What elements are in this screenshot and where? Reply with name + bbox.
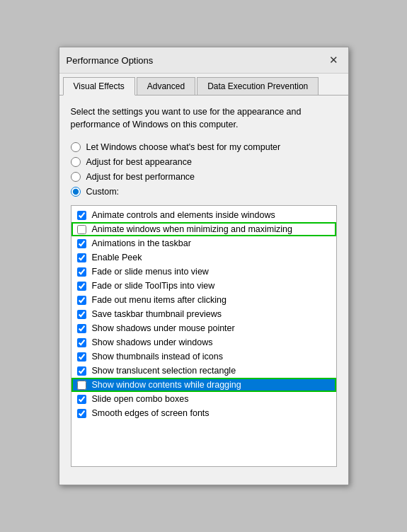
checkbox-item-6[interactable]: Fade out menu items after clicking [71,293,336,307]
checkbox-item-13[interactable]: Slide open combo boxes [71,392,336,406]
checkbox-label-1: Animate windows when minimizing and maxi… [92,224,292,234]
radio-input-2[interactable] [71,172,81,182]
radio-label-2: Adjust for best performance [86,172,195,182]
checkbox-item-14[interactable]: Smooth edges of screen fonts [71,406,336,420]
radio-input-1[interactable] [71,157,81,167]
checkbox-input-7[interactable] [77,310,86,319]
checkbox-label-6: Fade out menu items after clicking [92,295,227,305]
checkbox-label-7: Save taskbar thumbnail previews [92,309,222,319]
checkbox-item-2[interactable]: Animations in the taskbar [71,236,336,250]
checkbox-input-0[interactable] [77,211,86,220]
tab-bar: Visual EffectsAdvancedData Execution Pre… [59,74,348,96]
checkbox-label-4: Fade or slide menus into view [92,267,209,277]
checkbox-label-5: Fade or slide ToolTips into view [92,281,215,291]
checkbox-input-8[interactable] [77,324,86,333]
checkbox-input-11[interactable] [77,366,86,376]
checkbox-input-6[interactable] [77,296,86,305]
checkbox-label-14: Smooth edges of screen fonts [92,408,210,418]
main-content: Select the settings you want to use for … [59,96,348,477]
checkbox-label-8: Show shadows under mouse pointer [92,323,235,333]
checkbox-label-11: Show translucent selection rectangle [92,366,236,376]
checkbox-label-13: Slide open combo boxes [92,394,189,404]
checkbox-input-14[interactable] [77,409,86,418]
checkbox-label-12: Show window contents while dragging [92,380,241,390]
checkbox-item-9[interactable]: Show shadows under windows [71,335,336,349]
checkbox-item-5[interactable]: Fade or slide ToolTips into view [71,279,336,293]
radio-item-2[interactable]: Adjust for best performance [71,172,337,182]
performance-options-window: Performance Options ✕ Visual EffectsAdva… [59,47,349,485]
radio-item-1[interactable]: Adjust for best appearance [71,157,337,167]
radio-label-1: Adjust for best appearance [86,157,192,167]
checkbox-item-3[interactable]: Enable Peek [71,250,336,265]
checkbox-input-1[interactable] [77,225,86,234]
checkbox-input-3[interactable] [77,253,86,262]
checkbox-input-13[interactable] [77,395,86,404]
checkbox-label-9: Show shadows under windows [92,337,213,347]
checkbox-item-7[interactable]: Save taskbar thumbnail previews [71,307,336,321]
checkbox-item-10[interactable]: Show thumbnails instead of icons [71,349,336,364]
title-bar: Performance Options ✕ [59,47,348,74]
checkbox-list[interactable]: Animate controls and elements inside win… [71,205,337,467]
close-button[interactable]: ✕ [327,53,341,67]
radio-group: Let Windows choose what's best for my co… [71,142,337,197]
window-title: Performance Options [67,55,154,66]
radio-input-3[interactable] [71,187,81,197]
tab-visual-effects[interactable]: Visual Effects [63,77,135,96]
checkbox-input-12[interactable] [77,381,86,390]
checkbox-input-5[interactable] [77,282,86,291]
radio-input-0[interactable] [71,142,81,152]
checkbox-label-3: Enable Peek [92,253,142,262]
tab-advanced[interactable]: Advanced [137,77,195,95]
checkbox-item-0[interactable]: Animate controls and elements inside win… [71,208,336,222]
checkbox-label-0: Animate controls and elements inside win… [92,210,275,220]
checkbox-input-2[interactable] [77,239,86,248]
checkbox-item-4[interactable]: Fade or slide menus into view [71,265,336,279]
checkbox-item-8[interactable]: Show shadows under mouse pointer [71,321,336,335]
checkbox-input-4[interactable] [77,267,86,277]
radio-item-0[interactable]: Let Windows choose what's best for my co… [71,142,337,152]
radio-item-3[interactable]: Custom: [71,187,337,197]
description-text: Select the settings you want to use for … [71,105,337,131]
checkbox-input-10[interactable] [77,352,86,362]
radio-label-3: Custom: [86,187,120,197]
checkbox-item-11[interactable]: Show translucent selection rectangle [71,364,336,378]
radio-label-0: Let Windows choose what's best for my co… [86,142,281,152]
checkbox-item-1[interactable]: Animate windows when minimizing and maxi… [71,222,336,236]
tab-data-execution-prevention[interactable]: Data Execution Prevention [197,77,319,95]
checkbox-label-2: Animations in the taskbar [92,238,191,248]
checkbox-input-9[interactable] [77,338,86,347]
checkbox-item-12[interactable]: Show window contents while dragging [71,378,336,392]
checkbox-label-10: Show thumbnails instead of icons [92,352,224,362]
